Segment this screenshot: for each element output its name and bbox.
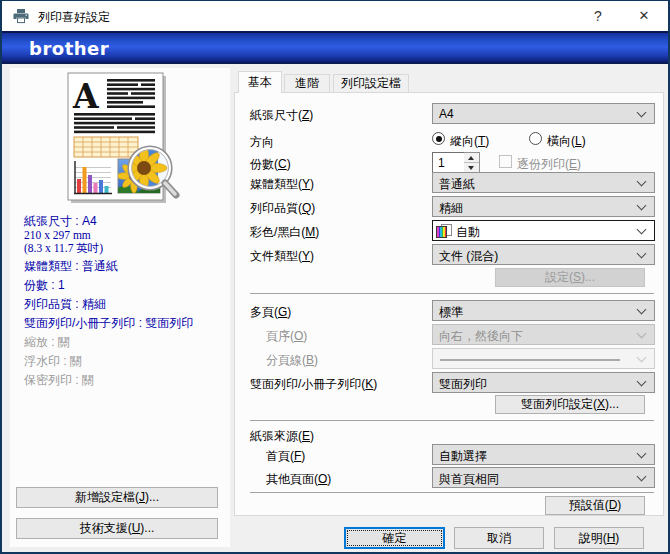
page-order-select: 向右，然後向下 xyxy=(432,324,655,345)
other-pages-value: 與首頁相同 xyxy=(439,471,499,488)
summary-size-mm: 210 x 297 mm xyxy=(24,229,224,242)
default-button[interactable]: 預設值(D) xyxy=(545,496,645,515)
chevron-down-icon xyxy=(637,472,647,482)
tab-advanced[interactable]: 進階 xyxy=(284,74,330,92)
collate-label: 逐份列印(E) xyxy=(517,156,581,173)
media-type-select[interactable]: 普通紙 xyxy=(432,172,655,193)
print-quality-label: 列印品質(Q) xyxy=(250,200,315,217)
border-line-sample xyxy=(440,359,620,361)
first-page-value: 自動選擇 xyxy=(439,448,487,465)
collate-checkbox xyxy=(499,155,512,168)
svg-text:A: A xyxy=(72,77,99,116)
printer-icon xyxy=(13,8,29,24)
duplex-settings-button[interactable]: 雙面列印設定(X)... xyxy=(495,395,645,414)
duplex-label: 雙面列印/小冊子列印(K) xyxy=(250,376,377,393)
chevron-down-icon xyxy=(637,108,647,118)
copies-stepper[interactable]: 1 xyxy=(432,152,480,173)
document-type-label: 文件類型(Y) xyxy=(250,248,314,265)
summary-quality: 列印品質 : 精細 xyxy=(24,297,224,312)
other-pages-select[interactable]: 與首頁相同 xyxy=(432,467,655,488)
chevron-down-icon xyxy=(637,377,647,387)
table-graphic xyxy=(74,137,138,157)
chevron-down-icon xyxy=(637,225,647,235)
tab-print-profiles[interactable]: 列印設定檔 xyxy=(333,74,409,92)
paper-size-value: A4 xyxy=(439,107,454,121)
first-page-select[interactable]: 自動選擇 xyxy=(432,444,655,465)
copies-label: 份數(C) xyxy=(250,156,291,173)
copies-input[interactable]: 1 xyxy=(432,152,465,173)
print-quality-value: 精細 xyxy=(439,200,463,217)
first-page-label: 首頁(F) xyxy=(266,448,305,465)
orientation-portrait-label: 縱向(T) xyxy=(450,133,489,150)
summary-size-inch: (8.3 x 11.7 英吋) xyxy=(24,242,224,255)
border-line-select xyxy=(432,348,655,369)
color-pages-icon xyxy=(436,224,452,238)
multi-page-select[interactable]: 標準 xyxy=(432,300,655,321)
window-title: 列印喜好設定 xyxy=(38,9,110,26)
orientation-portrait-radio[interactable] xyxy=(432,132,445,145)
duplex-select[interactable]: 雙面列印 xyxy=(432,372,655,393)
chevron-down-icon xyxy=(637,305,647,315)
chevron-down-icon xyxy=(637,449,647,459)
chevron-down-icon xyxy=(637,329,647,339)
color-mono-select[interactable]: 自動 xyxy=(432,220,655,241)
chevron-down-icon xyxy=(637,249,647,259)
chevron-down-icon xyxy=(637,353,647,363)
spin-down-button[interactable] xyxy=(464,162,479,172)
close-button[interactable]: ✕ xyxy=(624,1,664,31)
settings-summary: 紙張尺寸 : A4 210 x 297 mm (8.3 x 11.7 英吋) 媒… xyxy=(24,214,224,388)
summary-paper-size: 紙張尺寸 : A4 xyxy=(24,214,224,229)
orientation-landscape-radio[interactable] xyxy=(529,132,542,145)
duplex-value: 雙面列印 xyxy=(439,376,487,393)
summary-secure-print: 保密列印 : 關 xyxy=(24,373,224,388)
spinner-buttons xyxy=(464,152,480,173)
orientation-label: 方向 xyxy=(250,134,274,151)
color-mono-value: 自動 xyxy=(456,224,480,241)
media-type-value: 普通紙 xyxy=(439,176,475,193)
other-pages-label: 其他頁面(O) xyxy=(266,471,331,488)
cancel-button[interactable]: 取消 xyxy=(454,527,544,549)
multi-page-label: 多頁(G) xyxy=(250,304,291,321)
summary-media-type: 媒體類型 : 普通紙 xyxy=(24,259,224,274)
brother-logo: brother xyxy=(29,39,109,59)
help-footer-button[interactable]: 說明(H) xyxy=(554,527,644,549)
page-order-value: 向右，然後向下 xyxy=(439,328,523,345)
page-order-label: 頁序(O) xyxy=(266,328,307,345)
separator xyxy=(250,293,654,294)
summary-watermark: 浮水印 : 關 xyxy=(24,354,224,369)
document-type-select[interactable]: 文件 (混合) xyxy=(432,244,655,265)
title-bar: 列印喜好設定 ? ✕ xyxy=(2,1,668,31)
paper-source-label: 紙張來源(E) xyxy=(250,428,314,445)
paper-size-label: 紙張尺寸(Z) xyxy=(250,107,313,124)
support-button[interactable]: 技術支援(U)... xyxy=(16,518,218,539)
multi-page-value: 標準 xyxy=(439,304,463,321)
chevron-down-icon xyxy=(637,177,647,187)
ok-button[interactable]: 確定 xyxy=(344,527,445,549)
separator xyxy=(250,492,654,493)
color-mono-label: 彩色/黑白(M) xyxy=(250,224,319,241)
border-line-label: 分頁線(B) xyxy=(266,352,318,369)
print-preferences-dialog: 列印喜好設定 ? ✕ brother A xyxy=(0,0,670,554)
orientation-landscape-label: 橫向(L) xyxy=(547,133,586,150)
brand-bar: brother xyxy=(2,31,668,64)
media-type-label: 媒體類型(Y) xyxy=(250,176,314,193)
document-type-value: 文件 (混合) xyxy=(439,248,498,265)
help-button[interactable]: ? xyxy=(578,1,618,31)
summary-copies: 份數 : 1 xyxy=(24,278,224,293)
separator xyxy=(250,420,654,421)
summary-duplex: 雙面列印/小冊子列印 : 雙面列印 xyxy=(24,316,224,331)
print-quality-select[interactable]: 精細 xyxy=(432,196,655,217)
settings-button: 設定(S)... xyxy=(495,268,645,287)
paper-size-select[interactable]: A4 xyxy=(432,103,655,124)
summary-scaling: 縮放 : 關 xyxy=(24,335,224,350)
preview-panel: A xyxy=(10,68,230,547)
chevron-down-icon xyxy=(637,201,647,211)
document-preview-image: A xyxy=(60,71,200,211)
add-profile-button[interactable]: 新增設定檔(J)... xyxy=(16,487,218,508)
tab-basic[interactable]: 基本 xyxy=(238,71,282,93)
